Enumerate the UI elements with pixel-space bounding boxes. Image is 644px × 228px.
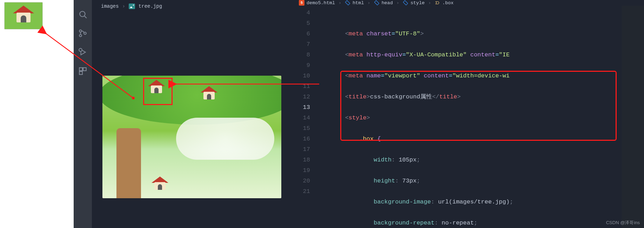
image-preview-panel: images › tree.jpg bbox=[92, 0, 295, 228]
code-content[interactable]: <meta charset="UTF-8"> <meta http-equiv=… bbox=[316, 6, 622, 228]
symbol-icon bbox=[374, 0, 380, 6]
chevron-right-icon: › bbox=[396, 0, 399, 6]
debug-icon[interactable] bbox=[78, 48, 87, 58]
svg-rect-7 bbox=[79, 68, 82, 71]
extensions-icon[interactable] bbox=[78, 67, 87, 77]
symbol-icon bbox=[345, 0, 350, 6]
crumb-html[interactable]: html bbox=[353, 0, 364, 6]
code-editor-panel: demo5.html › html › head › style › .box … bbox=[295, 0, 644, 228]
chevron-right-icon: › bbox=[338, 0, 341, 6]
symbol-icon bbox=[435, 0, 440, 6]
symbol-icon bbox=[403, 0, 408, 6]
source-control-icon[interactable] bbox=[78, 29, 87, 39]
svg-rect-9 bbox=[79, 71, 82, 75]
svg-line-1 bbox=[85, 16, 87, 18]
activity-bar bbox=[74, 0, 92, 228]
editor-breadcrumbs[interactable]: demo5.html › html › head › style › .box bbox=[295, 0, 644, 6]
image-file-icon bbox=[129, 4, 135, 9]
chevron-right-icon: › bbox=[428, 0, 431, 6]
crumb-style[interactable]: style bbox=[410, 0, 425, 6]
watermark: CSDN @泽哥ins bbox=[606, 220, 640, 226]
cropped-result-thumbnail bbox=[4, 2, 43, 29]
breadcrumb-folder: images bbox=[101, 4, 119, 9]
svg-point-0 bbox=[80, 11, 85, 16]
crumb-file[interactable]: demo5.html bbox=[307, 0, 335, 6]
svg-rect-8 bbox=[83, 68, 86, 71]
breadcrumb-file: tree.jpg bbox=[139, 4, 162, 9]
svg-rect-12 bbox=[403, 0, 408, 5]
svg-point-6 bbox=[79, 48, 82, 51]
search-icon[interactable] bbox=[78, 10, 87, 20]
house-illustration bbox=[13, 7, 34, 25]
minimap[interactable] bbox=[622, 6, 644, 228]
line-gutter: 456 789 101112 131415 161718 192021 bbox=[295, 6, 316, 228]
svg-rect-10 bbox=[346, 0, 350, 5]
code-editor[interactable]: 456 789 101112 131415 161718 192021 <met… bbox=[295, 6, 644, 228]
svg-rect-11 bbox=[374, 0, 379, 5]
external-preview-pane bbox=[0, 0, 74, 228]
svg-point-2 bbox=[79, 30, 82, 32]
css-rule-annotation-box bbox=[340, 71, 617, 141]
html-file-icon bbox=[299, 0, 304, 6]
svg-point-3 bbox=[79, 34, 82, 37]
active-line-highlight bbox=[295, 102, 622, 113]
chevron-right-icon: › bbox=[122, 4, 125, 9]
crumb-head[interactable]: head bbox=[382, 0, 393, 6]
tree-image-preview[interactable] bbox=[102, 76, 281, 198]
chevron-right-icon: › bbox=[368, 0, 370, 6]
crumb-box[interactable]: .box bbox=[442, 0, 454, 6]
image-breadcrumb[interactable]: images › tree.jpg bbox=[92, 0, 295, 13]
